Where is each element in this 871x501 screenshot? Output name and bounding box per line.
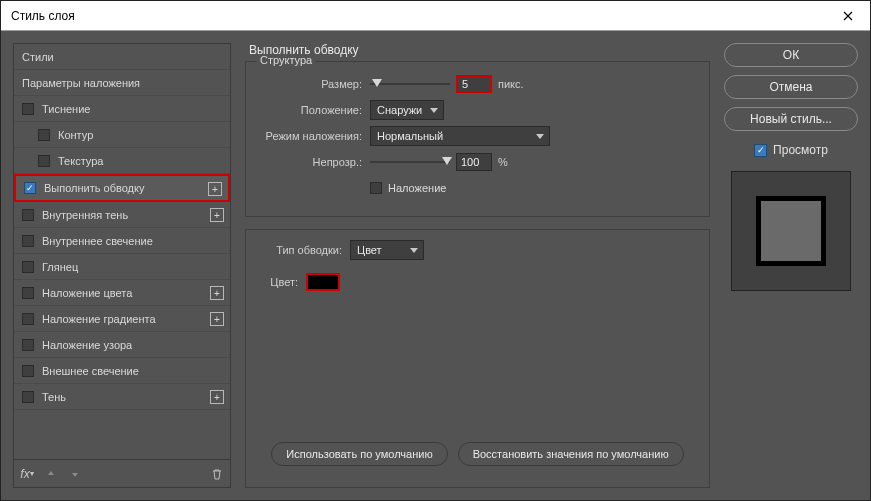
size-slider[interactable]: [370, 77, 450, 91]
sidebar-item-label: Тиснение: [42, 103, 90, 115]
position-select[interactable]: Снаружи: [370, 100, 444, 120]
position-label: Положение:: [260, 104, 370, 116]
sidebar-item[interactable]: Наложение цвета+: [14, 280, 230, 306]
titlebar: Стиль слоя: [1, 1, 870, 31]
effect-checkbox[interactable]: [22, 287, 34, 299]
effect-checkbox[interactable]: [38, 155, 50, 167]
sidebar-item-label: Наложение цвета: [42, 287, 132, 299]
effect-checkbox[interactable]: [22, 261, 34, 273]
sidebar-item[interactable]: Внешнее свечение: [14, 358, 230, 384]
fx-menu-icon[interactable]: fx▾: [20, 467, 34, 481]
sidebar-heading-blend[interactable]: Параметры наложения: [14, 70, 230, 96]
effect-checkbox[interactable]: [22, 103, 34, 115]
sidebar-item-label: Наложение градиента: [42, 313, 156, 325]
sidebar-item[interactable]: Текстура: [14, 148, 230, 174]
preview-swatch: [756, 196, 826, 266]
effect-checkbox[interactable]: [22, 339, 34, 351]
opacity-label: Непрозр.:: [260, 156, 370, 168]
opacity-slider[interactable]: [370, 155, 450, 169]
blend-label: Режим наложения:: [260, 130, 370, 142]
styles-sidebar: Стили Параметры наложения ТиснениеКонтур…: [13, 43, 231, 488]
sidebar-item[interactable]: Наложение градиента+: [14, 306, 230, 332]
color-label: Цвет:: [260, 276, 306, 288]
structure-group: Структура Размер: пикс. Положение: Снару…: [245, 61, 710, 217]
sidebar-heading-styles[interactable]: Стили: [14, 44, 230, 70]
close-button[interactable]: [826, 1, 870, 31]
effect-checkbox[interactable]: [22, 365, 34, 377]
settings-panel: Выполнить обводку Структура Размер: пикс…: [245, 43, 710, 488]
add-effect-icon[interactable]: +: [208, 182, 222, 196]
size-label: Размер:: [260, 78, 370, 90]
preview-label: Просмотр: [773, 143, 828, 157]
sidebar-item-label: Внутреннее свечение: [42, 235, 153, 247]
overprint-label: Наложение: [388, 182, 446, 194]
move-down-icon[interactable]: [68, 467, 82, 481]
filltype-label: Тип обводки:: [260, 244, 350, 256]
close-icon: [843, 11, 853, 21]
effect-checkbox[interactable]: [22, 209, 34, 221]
slider-thumb-icon: [442, 157, 452, 165]
sidebar-item-label: Внутренняя тень: [42, 209, 128, 221]
fill-group: Тип обводки: Цвет Цвет: Использовать по …: [245, 229, 710, 488]
add-effect-icon[interactable]: +: [210, 286, 224, 300]
sidebar-item[interactable]: Тиснение: [14, 96, 230, 122]
reset-default-button[interactable]: Восстановить значения по умолчанию: [458, 442, 684, 466]
preview-box: [731, 171, 851, 291]
sidebar-item[interactable]: Выполнить обводку+: [14, 174, 230, 202]
sidebar-footer: fx▾: [14, 459, 230, 487]
sidebar-item-label: Внешнее свечение: [42, 365, 139, 377]
sidebar-item[interactable]: Глянец: [14, 254, 230, 280]
effect-checkbox[interactable]: [22, 391, 34, 403]
right-panel: ОК Отмена Новый стиль... Просмотр: [724, 43, 858, 488]
sidebar-item[interactable]: Внутренняя тень+: [14, 202, 230, 228]
sidebar-item-label: Глянец: [42, 261, 78, 273]
structure-legend: Структура: [256, 54, 316, 66]
opacity-input[interactable]: [456, 153, 492, 171]
sidebar-item[interactable]: Тень+: [14, 384, 230, 410]
add-effect-icon[interactable]: +: [210, 390, 224, 404]
size-input[interactable]: [456, 75, 492, 93]
layer-style-dialog: Стиль слоя Стили Параметры наложения Тис…: [0, 0, 871, 501]
size-unit: пикс.: [498, 78, 524, 90]
effect-checkbox[interactable]: [38, 129, 50, 141]
sidebar-item-label: Выполнить обводку: [44, 182, 144, 194]
sidebar-item-label: Наложение узора: [42, 339, 132, 351]
cancel-button[interactable]: Отмена: [724, 75, 858, 99]
filltype-select[interactable]: Цвет: [350, 240, 424, 260]
color-swatch[interactable]: [306, 273, 340, 291]
opacity-unit: %: [498, 156, 508, 168]
ok-button[interactable]: ОК: [724, 43, 858, 67]
blend-mode-select[interactable]: Нормальный: [370, 126, 550, 146]
sidebar-item-label: Контур: [58, 129, 93, 141]
sidebar-item-label: Тень: [42, 391, 66, 403]
sidebar-item[interactable]: Внутреннее свечение: [14, 228, 230, 254]
overprint-checkbox[interactable]: [370, 182, 382, 194]
effect-checkbox[interactable]: [24, 182, 36, 194]
trash-icon[interactable]: [210, 467, 224, 481]
window-title: Стиль слоя: [11, 9, 75, 23]
add-effect-icon[interactable]: +: [210, 312, 224, 326]
effect-checkbox[interactable]: [22, 235, 34, 247]
effect-checkbox[interactable]: [22, 313, 34, 325]
slider-thumb-icon: [372, 79, 382, 87]
make-default-button[interactable]: Использовать по умолчанию: [271, 442, 447, 466]
sidebar-item[interactable]: Контур: [14, 122, 230, 148]
preview-checkbox[interactable]: [754, 144, 767, 157]
new-style-button[interactable]: Новый стиль...: [724, 107, 858, 131]
sidebar-item-label: Текстура: [58, 155, 103, 167]
sidebar-item[interactable]: Наложение узора: [14, 332, 230, 358]
add-effect-icon[interactable]: +: [210, 208, 224, 222]
move-up-icon[interactable]: [44, 467, 58, 481]
